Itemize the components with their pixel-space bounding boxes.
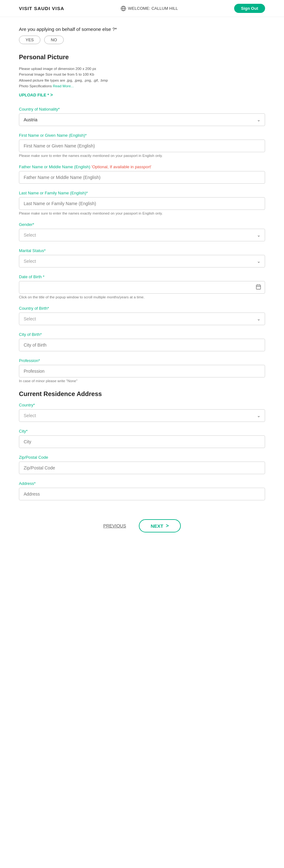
personal-picture-section: Personal Picture Please upload image of …: [19, 54, 265, 97]
father-name-group: Father Name or Middle Name (English) 'Op…: [19, 164, 265, 184]
residence-country-select-wrapper: Select ⌄: [19, 409, 265, 422]
header-right: Sign Out: [234, 4, 265, 13]
father-name-label: Father Name or Middle Name (English) 'Op…: [19, 164, 265, 169]
behalf-yes-button[interactable]: YES: [19, 36, 40, 44]
welcome-text: WELCOME: CALLUM HILL: [128, 6, 178, 11]
instruction-line3: Allowed picture file types are .jpg, .jp…: [19, 78, 265, 83]
city-of-birth-input[interactable]: [19, 339, 265, 351]
behalf-question-label: Are you applying on behalf of someone el…: [19, 27, 265, 32]
residence-city-label: City*: [19, 429, 265, 434]
zip-code-input[interactable]: [19, 462, 265, 474]
city-of-birth-group: City of Birth*: [19, 332, 265, 351]
first-name-hint: Please make sure to enter the names exac…: [19, 154, 265, 158]
country-nationality-select[interactable]: Austria: [19, 114, 265, 126]
address-group: Address*: [19, 481, 265, 500]
language-selector[interactable]: WELCOME: CALLUM HILL: [120, 6, 178, 11]
profession-label: Profession*: [19, 358, 265, 363]
date-of-birth-input[interactable]: [19, 281, 265, 293]
main-content: Are you applying on behalf of someone el…: [0, 17, 284, 551]
personal-picture-title: Personal Picture: [19, 54, 265, 61]
profession-hint: In case of minor please write "None": [19, 379, 265, 383]
behalf-radio-group: YES NO: [19, 36, 265, 44]
profession-input[interactable]: [19, 365, 265, 377]
header: VISIT SAUDI VISA WELCOME: CALLUM HILL Si…: [0, 0, 284, 17]
residence-city-group: City*: [19, 429, 265, 448]
father-name-input[interactable]: [19, 171, 265, 184]
upload-arrow: >: [50, 92, 53, 97]
gender-label: Gender*: [19, 222, 265, 227]
marital-status-label: Marital Status*: [19, 248, 265, 253]
last-name-group: Last Name or Family Name (English)* Plea…: [19, 191, 265, 215]
navigation-buttons: PREVIOUS NEXT >: [19, 513, 265, 532]
first-name-group: First Name or Given Name (English)* Plea…: [19, 133, 265, 158]
date-input-wrapper: [19, 281, 265, 293]
city-of-birth-label: City of Birth*: [19, 332, 265, 337]
residence-country-group: Country* Select ⌄: [19, 403, 265, 422]
behalf-no-button[interactable]: NO: [44, 36, 64, 44]
picture-instructions: Please upload image of dimension 200 x 2…: [19, 66, 265, 89]
profession-group: Profession* In case of minor please writ…: [19, 358, 265, 383]
marital-status-select[interactable]: Select Single Married Divorced Widowed: [19, 255, 265, 268]
gender-select-wrapper: Select Male Female ⌄: [19, 229, 265, 241]
date-of-birth-group: Date of Birth * Click on the title of th…: [19, 274, 265, 299]
country-nationality-select-wrapper: Austria ⌄: [19, 114, 265, 126]
site-logo: VISIT SAUDI VISA: [19, 6, 64, 11]
next-button[interactable]: NEXT >: [139, 519, 181, 532]
gender-select[interactable]: Select Male Female: [19, 229, 265, 241]
country-nationality-label: Country of Nationality*: [19, 107, 265, 112]
date-of-birth-hint: Click on the title of the popup window t…: [19, 295, 265, 299]
read-more-link[interactable]: Read More...: [53, 84, 74, 88]
date-of-birth-label: Date of Birth *: [19, 274, 265, 279]
previous-button[interactable]: PREVIOUS: [103, 523, 126, 528]
behalf-question-section: Are you applying on behalf of someone el…: [19, 27, 265, 44]
address-label: Address*: [19, 481, 265, 486]
upload-file-link[interactable]: UPLOAD FILE * >: [19, 92, 53, 97]
globe-icon: [120, 6, 126, 11]
last-name-input[interactable]: [19, 197, 265, 210]
zip-code-label: Zip/Postal Code: [19, 455, 265, 460]
zip-code-group: Zip/Postal Code: [19, 455, 265, 474]
gender-group: Gender* Select Male Female ⌄: [19, 222, 265, 241]
country-of-birth-group: Country of Birth* Select ⌄: [19, 306, 265, 325]
father-name-optional: 'Optional, If available in passport': [91, 164, 151, 169]
residence-country-select[interactable]: Select: [19, 409, 265, 422]
residence-country-label: Country*: [19, 403, 265, 407]
marital-status-group: Marital Status* Select Single Married Di…: [19, 248, 265, 268]
sign-out-button[interactable]: Sign Out: [234, 4, 265, 13]
last-name-label: Last Name or Family Name (English)*: [19, 191, 265, 195]
residence-city-input[interactable]: [19, 435, 265, 448]
country-of-birth-select[interactable]: Select: [19, 313, 265, 325]
country-nationality-group: Country of Nationality* Austria ⌄: [19, 107, 265, 126]
address-input[interactable]: [19, 488, 265, 500]
first-name-label: First Name or Given Name (English)*: [19, 133, 265, 138]
upload-file-label: UPLOAD FILE *: [19, 93, 49, 97]
country-of-birth-select-wrapper: Select ⌄: [19, 313, 265, 325]
current-residence-title: Current Residence Address: [19, 390, 265, 398]
instruction-line1: Please upload image of dimension 200 x 2…: [19, 66, 265, 71]
instruction-line2: Personal Image Size must be from 5 to 10…: [19, 71, 265, 77]
instruction-line4: Photo Specifications: [19, 84, 52, 88]
last-name-hint: Please make sure to enter the names exac…: [19, 211, 265, 215]
country-of-birth-label: Country of Birth*: [19, 306, 265, 311]
next-arrow: >: [166, 523, 169, 529]
first-name-input[interactable]: [19, 140, 265, 152]
marital-status-select-wrapper: Select Single Married Divorced Widowed ⌄: [19, 255, 265, 268]
next-label: NEXT: [151, 523, 164, 529]
